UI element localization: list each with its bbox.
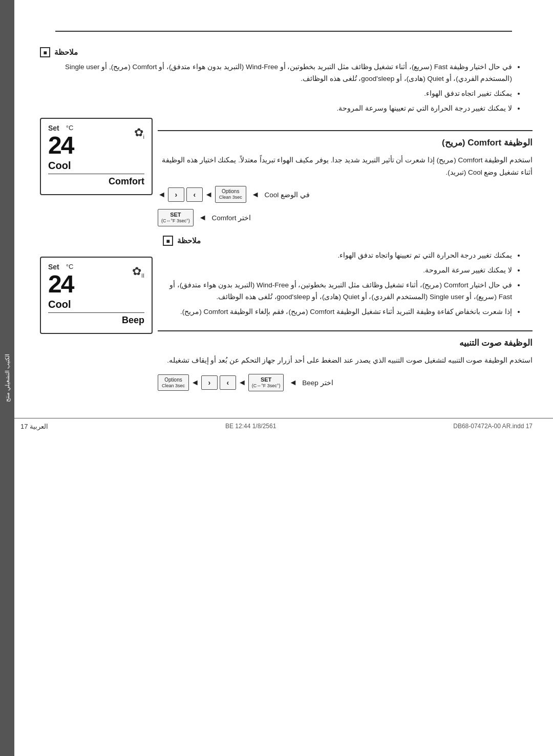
device2-left: Set °C 24	[48, 263, 73, 297]
sidebar-label: الكتيب التشغيلي منتج	[4, 354, 11, 402]
cool-btn-group: Options Clean 3sec ◄ › ‹ ◄	[158, 186, 246, 203]
beep-title: الوظيفة صوت التنبيه	[158, 338, 533, 348]
device2-temp: 24	[48, 272, 73, 297]
device1-temp: 24	[48, 133, 73, 158]
comfort-title: الوظيفة Comfort (مريح)	[158, 137, 533, 148]
note-title-text-1: ملاحظة	[54, 48, 78, 57]
note-item-1-1: في حال اختيار وظيفة Fast (سريع)، أثناء ت…	[40, 61, 512, 85]
options-btn-2[interactable]: Options Clean 3sec	[158, 374, 189, 391]
nav-left-btn-1[interactable]: ‹	[168, 187, 184, 202]
options-label-1: Options	[219, 188, 242, 195]
step-cool-label: في الوضع Cool	[265, 191, 310, 199]
nav-right-btn-2[interactable]: ›	[220, 375, 236, 390]
note-item-2-2: لا يمكنك تغيير سرعة المروحة.	[163, 265, 512, 277]
note-title-2: ملاحظة ■	[163, 236, 527, 246]
footer-left: DB68-07472A-00 AR.indd 17	[453, 423, 533, 430]
comfort-divider	[158, 130, 533, 131]
options-btn-1[interactable]: Options Clean 3sec	[215, 186, 246, 203]
set-label-2: SET	[252, 376, 281, 383]
arrow-between-1: ◄	[205, 190, 213, 199]
nav-right-btn-1[interactable]: ›	[186, 187, 203, 202]
set-btn-1[interactable]: SET (°C↔°F 3sec)	[158, 209, 194, 226]
device2-unit: °C	[66, 263, 74, 270]
comfort-content: الوظيفة Comfort (مريح) استخدم الوظيفة Co…	[153, 118, 533, 397]
device-panel-beep: Set °C 24 ✿II Cool Beep	[40, 257, 153, 334]
set-sub-2: (°C↔°F 3sec)	[252, 383, 281, 389]
device1-top-row: Set °C 24 ✿i	[48, 124, 144, 158]
comfort-section: الوظيفة Comfort (مريح) استخدم الوظيفة Co…	[35, 118, 533, 397]
note-section-1: ملاحظة ■ في حال اختيار وظيفة Fast (سريع)…	[35, 47, 533, 115]
options-sub-2: Clean 3sec	[162, 383, 185, 389]
note-item-2-4: إذا شعرت بانخفاض كفاءة وظيفة التبريد أثن…	[163, 306, 512, 318]
device-panel-comfort: Set °C 24 ✿i Cool Comfort	[40, 118, 153, 195]
device-panels: Set °C 24 ✿i Cool Comfort Set	[35, 118, 153, 344]
footer: DB68-07472A-00 AR.indd 17 1/8/2561 BE 12…	[0, 418, 553, 434]
step-comfort-label: اختر Comfort	[212, 214, 251, 222]
beep-btn-group: SET (°C↔°F 3sec) ◄ › ‹ ◄ Options Clean 3…	[158, 374, 284, 391]
beep-divider	[158, 330, 533, 331]
device1-divider	[48, 174, 144, 174]
set-sub-1: (°C↔°F 3sec)	[161, 218, 190, 224]
options-sub-1: Clean 3sec	[219, 195, 242, 201]
note-item-2-1: يمكنك تغيير درجة الحرارة التي تم تعيينها…	[163, 250, 512, 262]
note-item-1-2: يمكنك تغيير اتجاه تدفق الهواء.	[40, 88, 512, 100]
note-icon-1: ■	[40, 47, 50, 57]
note-item-2-3: في حال اختيار Comfort (مريح)، أثناء تشغي…	[163, 280, 512, 303]
arrow-beep-2: ◄	[191, 378, 199, 387]
device2-fan-icon: ✿II	[132, 265, 144, 279]
device2-set-row: Set °C	[48, 263, 73, 271]
device2-top-row: Set °C 24 ✿II	[48, 263, 144, 297]
device1-fan-icon: ✿i	[134, 126, 144, 140]
beep-body: استخدم الوظيفة صوت التنبيه لتشغيل صوت ال…	[158, 354, 533, 367]
device1-unit: °C	[66, 124, 74, 132]
arrow-beep-1: ◄	[238, 378, 246, 387]
note-list-1: في حال اختيار وظيفة Fast (سريع)، أثناء ت…	[40, 61, 527, 115]
footer-center: 1/8/2561 BE 12:44	[225, 423, 276, 430]
note-title-1: ملاحظة ■	[40, 47, 527, 57]
device2-mode: Cool	[48, 299, 144, 310]
device2-set-label: Set	[48, 263, 59, 271]
note-item-1-3: لا يمكنك تغيير درجة الحرارة التي تم تعيي…	[40, 103, 512, 115]
step-cool-row: في الوضع Cool ◄ Options Clean 3sec ◄ › ‹…	[158, 186, 533, 203]
device1-mode: Cool	[48, 160, 144, 172]
note-list-2: يمكنك تغيير درجة الحرارة التي تم تعيينها…	[163, 250, 527, 318]
set-label-1: SET	[161, 211, 190, 218]
note-section-2: ملاحظة ■ يمكنك تغيير درجة الحرارة التي ت…	[158, 236, 533, 318]
step-comfort-row: اختر Comfort ◄ SET (°C↔°F 3sec)	[158, 209, 533, 226]
nav-left-btn-2[interactable]: ‹	[201, 375, 218, 390]
sidebar: الكتيب التشغيلي منتج	[0, 0, 14, 756]
step-cool-arrow: ◄	[251, 190, 260, 199]
device1-set-row: Set °C	[48, 124, 73, 132]
note-title-text-2: ملاحظة	[177, 236, 201, 245]
device2-divider	[48, 312, 144, 313]
options-label-2: Options	[162, 376, 185, 383]
set-btn-2[interactable]: SET (°C↔°F 3sec)	[248, 374, 284, 391]
device1-left: Set °C 24	[48, 124, 73, 158]
comfort-body: استخدم الوظيفة Comfort (مريح) إذا شعرت أ…	[158, 154, 533, 179]
arrow-before-1: ◄	[158, 190, 166, 199]
device1-set-label: Set	[48, 124, 59, 132]
device1-extra: Comfort	[48, 176, 144, 187]
step-beep-label: اختر Beep	[302, 379, 333, 387]
note-icon-2: ■	[163, 236, 173, 246]
footer-right: العربية 17	[20, 423, 48, 430]
device2-extra: Beep	[48, 315, 144, 326]
step-beep-row: اختر Beep ◄ SET (°C↔°F 3sec) ◄ › ‹ ◄ Opt…	[158, 374, 533, 391]
step-beep-arrow: ◄	[289, 378, 297, 387]
top-divider	[55, 31, 512, 32]
step-comfort-arrow: ◄	[199, 213, 207, 222]
